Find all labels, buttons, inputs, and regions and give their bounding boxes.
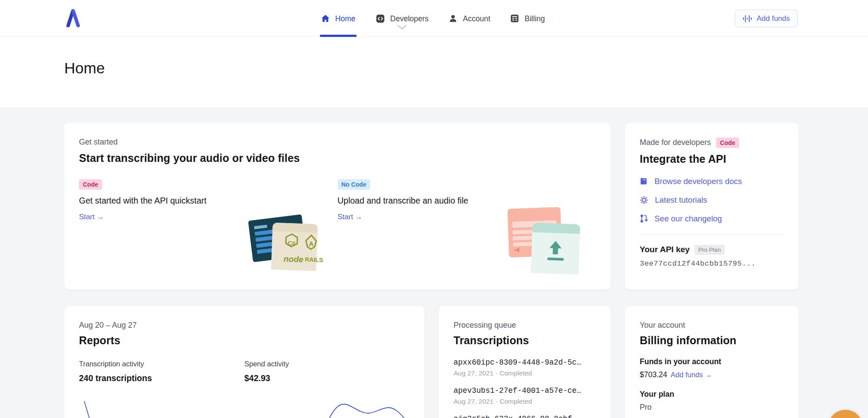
reports-card: Aug 20 – Aug 27 Reports Transcription ac… xyxy=(64,306,424,418)
card-title: Transcriptions xyxy=(454,334,596,347)
transcription-id: apev3ubs1-27ef-4001-a57e-ce… xyxy=(454,386,596,395)
person-icon xyxy=(449,14,458,23)
nav-item-home[interactable]: Home xyxy=(321,0,355,37)
developer-links: Browse developers docs xyxy=(640,177,784,224)
link-label: Latest tutorials xyxy=(655,195,707,205)
code-badge: Code xyxy=(79,179,102,190)
option-code-quickstart: Code Get started with the API quickstart… xyxy=(79,179,338,275)
chevron-down-icon xyxy=(396,24,408,30)
transcription-id: ajq3r5ab-633x-4966-98-8abf… xyxy=(454,415,596,418)
home-icon xyxy=(321,14,330,23)
svg-text:A: A xyxy=(309,240,314,247)
api-key-value[interactable]: 3ee77ccd12f44bcbb15795... xyxy=(640,260,784,268)
no-code-badge: No Code xyxy=(338,179,371,190)
code-brackets-icon xyxy=(375,14,385,23)
card-eyebrow: Made for developers xyxy=(640,138,711,147)
plan-label: Your plan xyxy=(640,390,784,399)
nav-item-account[interactable]: Account xyxy=(449,0,490,37)
transcription-id: apxx60ipc-8309-4448-9a2d-5c… xyxy=(454,358,596,367)
start-quickstart-link[interactable]: Start → xyxy=(79,213,104,221)
plan-value: Pro xyxy=(640,403,784,412)
app-header: Home Developers Account xyxy=(0,0,868,37)
changelog-branch-icon xyxy=(640,214,648,223)
code-badge: Code xyxy=(716,138,739,148)
link-label: Browse developers docs xyxy=(654,177,742,186)
transcription-list-item[interactable]: apxx60ipc-8309-4448-9a2d-5c… Aug 27, 202… xyxy=(454,358,596,377)
receipt-icon xyxy=(510,14,519,23)
svg-text:RAILS: RAILS xyxy=(305,256,323,263)
card-title: Integrate the API xyxy=(640,153,784,165)
latest-tutorials-link[interactable]: Latest tutorials xyxy=(640,195,784,205)
card-eyebrow: Processing queue xyxy=(454,321,596,330)
get-started-card: Get started Start transcribing your audi… xyxy=(64,123,611,290)
add-funds-label: Add funds xyxy=(756,14,790,23)
add-funds-inline-link[interactable]: Add funds → xyxy=(671,371,712,379)
book-icon xyxy=(640,177,648,185)
link-label: See our changelog xyxy=(654,214,722,224)
divider xyxy=(640,234,784,235)
spend-activity-stat: Spend activity $42.93 xyxy=(244,360,410,383)
stat-label: Spend activity xyxy=(244,360,410,368)
sparkle-icon xyxy=(640,196,648,204)
stat-value: 240 transcriptions xyxy=(79,373,244,383)
waveform-icon xyxy=(743,14,752,23)
active-tab-underline xyxy=(320,35,356,37)
cards-row-1: Get started Start transcribing your audi… xyxy=(64,123,863,290)
svg-text:C#: C# xyxy=(287,240,296,247)
svg-text:node: node xyxy=(283,254,304,264)
transcription-list: apxx60ipc-8309-4448-9a2d-5c… Aug 27, 202… xyxy=(454,358,596,418)
nav-label: Developers xyxy=(390,14,429,23)
transcription-list-item[interactable]: apev3ubs1-27ef-4001-a57e-ce… Aug 27, 202… xyxy=(454,386,596,405)
card-title: Billing information xyxy=(640,334,784,347)
integrate-api-card: Made for developers Code Integrate the A… xyxy=(625,123,799,290)
card-eyebrow: Your account xyxy=(640,321,784,330)
funds-label: Funds in your account xyxy=(640,357,784,366)
main-nav: Home Developers Account xyxy=(321,0,545,37)
code-files-illustration: C# A node RAILS xyxy=(247,204,326,276)
changelog-link[interactable]: See our changelog xyxy=(640,214,784,224)
transcription-list-item[interactable]: ajq3r5ab-633x-4966-98-8abf… xyxy=(454,415,596,418)
activity-line-charts xyxy=(64,399,424,418)
nav-label: Billing xyxy=(525,14,545,23)
stat-label: Transcription activity xyxy=(79,360,244,368)
funds-value: $703.24 xyxy=(640,370,667,379)
card-eyebrow: Get started xyxy=(79,138,596,147)
page-title: Home xyxy=(0,37,868,77)
title-band: Home xyxy=(0,37,868,107)
get-started-options: Code Get started with the API quickstart… xyxy=(79,179,596,275)
api-key-label: Your API key xyxy=(640,245,690,254)
card-title: Reports xyxy=(79,334,410,347)
transcription-meta: Aug 27, 2021 · Completed xyxy=(454,369,596,377)
upload-file-illustration xyxy=(505,204,584,276)
transcription-activity-stat: Transcription activity 240 transcription… xyxy=(79,360,244,383)
nav-label: Account xyxy=(463,14,490,23)
add-funds-button[interactable]: Add funds xyxy=(735,10,798,27)
option-nocode-upload: No Code Upload and transcribe an audio f… xyxy=(338,179,596,275)
billing-info-card: Your account Billing information Funds i… xyxy=(625,306,799,418)
nav-item-billing[interactable]: Billing xyxy=(510,0,545,37)
card-title: Start transcribing your audio or video f… xyxy=(79,152,596,165)
assemblyai-logo[interactable] xyxy=(65,9,82,28)
nav-item-developers[interactable]: Developers xyxy=(375,0,429,37)
card-eyebrow: Aug 20 – Aug 27 xyxy=(79,321,410,330)
pro-plan-badge: Pro Plan xyxy=(694,245,725,255)
nav-label: Home xyxy=(335,14,355,23)
cards-row-2: Aug 20 – Aug 27 Reports Transcription ac… xyxy=(64,306,863,418)
processing-queue-card: Processing queue Transcriptions apxx60ip… xyxy=(439,306,611,418)
content-area: Get started Start transcribing your audi… xyxy=(0,107,863,418)
stat-value: $42.93 xyxy=(244,373,410,383)
start-upload-link[interactable]: Start → xyxy=(338,213,363,221)
browse-docs-link[interactable]: Browse developers docs xyxy=(640,177,784,186)
transcription-meta: Aug 27, 2021 · Completed xyxy=(454,398,596,405)
